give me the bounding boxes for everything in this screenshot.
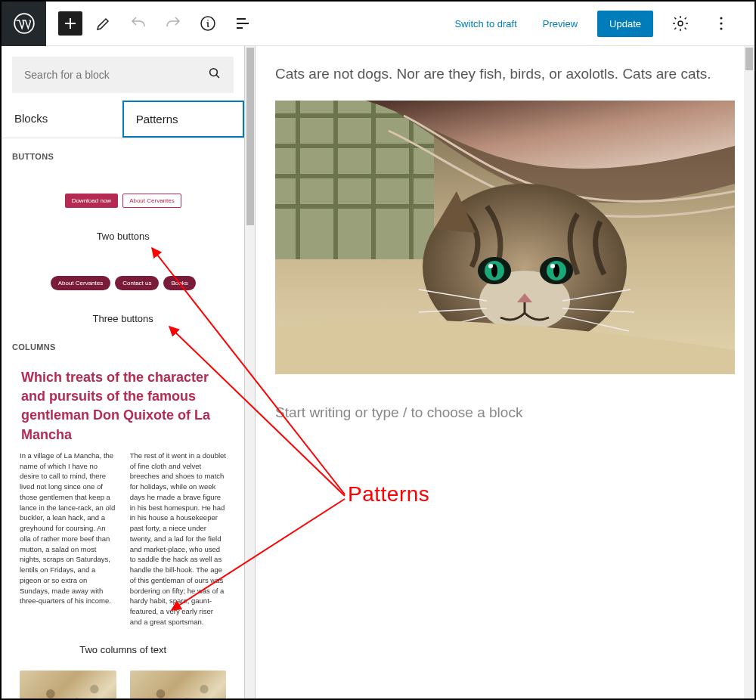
switch-to-draft-button[interactable]: Switch to draft <box>448 14 522 34</box>
preview-button-pill: About Cervantes <box>51 276 111 290</box>
block-inserter-panel: Blocks Patterns BUTTONS Download now Abo… <box>2 46 245 698</box>
add-block-button[interactable] <box>58 11 82 36</box>
info-button[interactable] <box>194 10 222 37</box>
outline-button[interactable] <box>229 10 256 37</box>
pattern-two-columns-image[interactable] <box>2 658 244 698</box>
pattern-two-columns-text[interactable]: Which treats of the character and pursui… <box>2 355 244 658</box>
pattern-column-2: The rest of it went in a doublet of fine… <box>130 451 227 627</box>
tab-blocks[interactable]: Blocks <box>2 101 122 138</box>
wordpress-logo[interactable] <box>2 2 46 46</box>
search-icon <box>208 67 222 83</box>
preview-button-pill: Books <box>163 276 195 290</box>
svg-point-6 <box>210 69 218 76</box>
sidebar-scrollbar[interactable] <box>245 46 256 698</box>
svg-point-5 <box>720 27 722 29</box>
svg-point-4 <box>720 22 722 24</box>
preview-button[interactable]: Preview <box>537 14 584 34</box>
category-buttons-title: BUTTONS <box>2 138 244 164</box>
pattern-two-buttons[interactable]: Download now About Cervantes Two buttons <box>2 164 244 246</box>
scrollbar-thumb[interactable] <box>246 48 254 225</box>
pattern-column-1: In a village of La Mancha, the name of w… <box>20 451 116 627</box>
preview-button-outline: About Cervantes <box>122 194 181 208</box>
svg-point-26 <box>550 264 555 268</box>
editor-scrollbar[interactable] <box>744 46 754 698</box>
search-block-input-wrap[interactable] <box>12 57 234 93</box>
editor-canvas[interactable]: Cats are not dogs. Nor are they fish, bi… <box>256 46 754 698</box>
pattern-label: Two columns of text <box>79 644 166 655</box>
annotation-label: Patterns <box>348 482 429 506</box>
pattern-three-buttons[interactable]: About Cervantes Contact us Books Three b… <box>2 246 244 329</box>
image-block[interactable] <box>275 101 735 374</box>
svg-point-3 <box>720 17 722 19</box>
redo-button[interactable] <box>160 10 187 37</box>
undo-button[interactable] <box>125 10 152 37</box>
scrollbar-thumb[interactable] <box>745 48 753 70</box>
settings-button[interactable] <box>667 10 694 37</box>
preview-illustration <box>20 671 116 698</box>
category-columns-title: COLUMNS <box>2 329 244 355</box>
pattern-label: Two buttons <box>97 231 150 242</box>
tab-patterns[interactable]: Patterns <box>122 101 245 138</box>
block-appender[interactable]: Start writing or type / to choose a bloc… <box>275 404 735 421</box>
pattern-label: Three buttons <box>93 313 153 324</box>
preview-illustration <box>130 671 227 698</box>
more-options-button[interactable] <box>708 10 735 37</box>
svg-point-25 <box>488 264 493 268</box>
search-input[interactable] <box>24 69 208 81</box>
edit-mode-button[interactable] <box>90 10 117 37</box>
svg-point-2 <box>678 21 683 26</box>
paragraph-block[interactable]: Cats are not dogs. Nor are they fish, bi… <box>275 66 735 82</box>
preview-button-pill: Contact us <box>115 276 159 290</box>
top-toolbar: Switch to draft Preview Update <box>2 2 754 46</box>
pattern-heading: Which treats of the character and pursui… <box>20 367 226 451</box>
inserter-tabs: Blocks Patterns <box>2 101 244 138</box>
preview-button-fill: Download now <box>65 194 118 208</box>
update-button[interactable]: Update <box>597 11 653 37</box>
